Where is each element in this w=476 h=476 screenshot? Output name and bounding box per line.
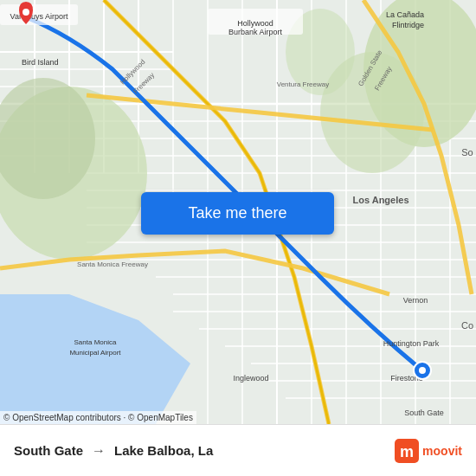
svg-text:Vernon: Vernon [403,296,428,305]
map-container: Hollywood Burbank Airport Van Nuys Airpo… [0,0,476,424]
svg-text:Los Angeles: Los Angeles [353,195,409,205]
svg-text:Santa Monica: Santa Monica [74,338,117,346]
svg-text:South Gate: South Gate [404,408,444,417]
svg-text:m: m [400,443,414,460]
svg-text:Flintridge: Flintridge [392,21,424,29]
svg-text:La Cañada: La Cañada [386,10,424,19]
svg-text:Municipal Airport: Municipal Airport [69,349,121,357]
svg-point-66 [419,367,426,374]
svg-point-67 [23,9,29,16]
svg-text:Burbank Airport: Burbank Airport [228,28,283,36]
svg-text:Santa Monica Freeway: Santa Monica Freeway [77,261,148,268]
map-attribution: © OpenStreetMap contributors · © OpenMap… [0,411,196,424]
svg-text:So: So [461,147,473,158]
svg-text:Co: Co [461,320,473,331]
moovit-icon: m [395,439,419,463]
svg-text:Bird Island: Bird Island [22,58,59,67]
moovit-text: moovit [422,444,462,458]
svg-text:Ventura Freeway: Ventura Freeway [277,80,329,88]
svg-text:Huntington Park: Huntington Park [383,339,440,348]
bottom-bar: South Gate → Lake Balboa, La m moovit [0,424,476,476]
destination-label: Lake Balboa, La [114,443,213,458]
moovit-logo: m moovit [395,439,462,463]
take-me-there-button[interactable]: Take me there [141,192,334,235]
svg-text:Inglewood: Inglewood [233,374,268,383]
arrow-icon: → [92,443,106,459]
svg-text:Van Nuys Airport: Van Nuys Airport [10,12,68,21]
svg-text:Hollywood: Hollywood [237,19,273,28]
origin-label: South Gate [14,443,83,458]
